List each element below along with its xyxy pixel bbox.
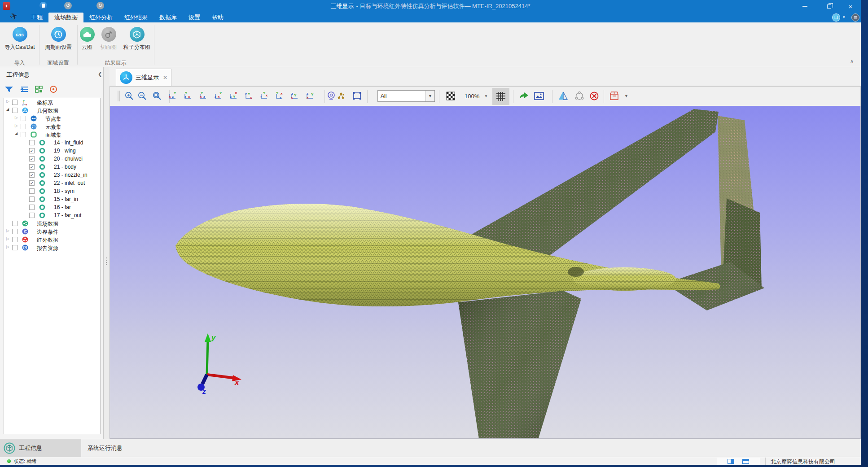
- view-orientation-icon-1[interactable]: xzY: [168, 91, 179, 102]
- mirror-icon[interactable]: [558, 91, 569, 102]
- cancel-icon[interactable]: [589, 91, 600, 102]
- tree-checkbox[interactable]: ✓: [29, 164, 35, 170]
- display-filter-combobox[interactable]: All ▼: [377, 90, 435, 102]
- tree-checkbox[interactable]: [29, 188, 35, 194]
- tree-checkbox[interactable]: [29, 140, 35, 145]
- view-orientation-icon-9[interactable]: zYx: [290, 91, 301, 102]
- view-orientation-icon-4[interactable]: zxY: [214, 91, 224, 102]
- tree-checkbox[interactable]: [12, 100, 18, 105]
- tree-checkbox[interactable]: [12, 229, 18, 234]
- tree-checkbox[interactable]: [12, 245, 18, 250]
- tree-item--[interactable]: ▷节点集: [4, 114, 100, 122]
- layout-left-icon[interactable]: [728, 459, 734, 464]
- menu-item-0[interactable]: 工程: [25, 13, 48, 22]
- collapse-ribbon-icon[interactable]: ∧: [850, 58, 854, 64]
- zoom-out-icon[interactable]: [137, 91, 148, 102]
- tree-item-19-wing[interactable]: ✓19 - wing: [4, 147, 100, 155]
- expander-collapsed-icon[interactable]: ▷: [6, 228, 12, 233]
- panel-footer-button[interactable]: 工程信息: [0, 439, 81, 457]
- manual-icon[interactable]: ▥: [851, 13, 859, 22]
- tree-item--[interactable]: ▷边界条件: [4, 227, 100, 236]
- minimize-button[interactable]: [797, 0, 812, 13]
- tree-item--[interactable]: ▷元素集: [4, 122, 100, 131]
- filter-icon[interactable]: [4, 86, 13, 95]
- view-orientation-icon-10[interactable]: zxY: [305, 91, 316, 102]
- tree-item--[interactable]: ▷红外数据: [4, 236, 100, 244]
- tree-item--[interactable]: ▷报告资源: [4, 244, 100, 252]
- ribbon-button-particle-distribution[interactable]: 粒子分布图: [116, 27, 158, 51]
- zoom-in-icon[interactable]: [124, 91, 135, 102]
- tree-item-22-inlet_out[interactable]: ✓22 - inlet_out: [4, 179, 100, 187]
- tab-close-icon[interactable]: ✕: [163, 74, 167, 81]
- view-orientation-icon-8[interactable]: Yxz: [275, 91, 285, 102]
- tree-item--[interactable]: ▷Yzx坐标系: [4, 98, 100, 106]
- expander-expanded-icon[interactable]: ◢: [15, 131, 20, 135]
- layout-toggle-group[interactable]: [717, 458, 760, 465]
- menu-item-5[interactable]: 设置: [183, 13, 206, 22]
- title-bar[interactable]: ✦ ↺ ↻ 三维显示- 目标与环境红外特性仿真分析与评估软件— MTE-IR_2…: [0, 0, 861, 13]
- probe-icon[interactable]: [326, 91, 337, 102]
- menu-item-2[interactable]: 红外分析: [83, 13, 118, 22]
- chevron-down-icon[interactable]: ▾: [843, 15, 845, 19]
- tree-item-18-sym[interactable]: 18 - sym: [4, 187, 100, 195]
- tree-checkbox[interactable]: [21, 116, 26, 121]
- menu-item-3[interactable]: 红外结果: [118, 13, 153, 22]
- tree-item-21-body[interactable]: ✓21 - body: [4, 163, 100, 171]
- explode-icon[interactable]: [336, 91, 347, 102]
- tab-3d-view[interactable]: 三维显示 ✕: [116, 69, 171, 86]
- rings-icon[interactable]: [574, 91, 585, 102]
- tree-checkbox[interactable]: ✓: [29, 180, 35, 186]
- expander-expanded-icon[interactable]: ◢: [6, 107, 12, 111]
- tree-checkbox[interactable]: [21, 132, 26, 137]
- view-orientation-icon-2[interactable]: zxY: [183, 91, 194, 102]
- more-tools-caret-icon[interactable]: ▼: [624, 94, 628, 98]
- snapshot-icon[interactable]: [534, 91, 544, 102]
- expander-collapsed-icon[interactable]: ▷: [6, 244, 12, 249]
- target-icon[interactable]: [49, 85, 57, 95]
- zoom-fit-icon[interactable]: [152, 91, 163, 102]
- grid-view-icon[interactable]: [35, 86, 43, 95]
- restore-button[interactable]: [821, 0, 837, 13]
- layout-bottom-icon[interactable]: [742, 459, 749, 464]
- tree-item--[interactable]: ◢面域集: [4, 131, 100, 139]
- archive-box-icon[interactable]: [609, 91, 620, 102]
- zoom-level-value[interactable]: 100%: [465, 93, 479, 100]
- theme-icon[interactable]: ❏: [832, 13, 840, 22]
- close-button[interactable]: ×: [843, 0, 858, 13]
- tree-checkbox[interactable]: ✓: [29, 172, 35, 178]
- tree-item-17-far_out[interactable]: 17 - far_out: [4, 211, 100, 219]
- expander-collapsed-icon[interactable]: ▷: [15, 123, 20, 128]
- export-arrow-icon[interactable]: [518, 91, 529, 102]
- tree-checkbox[interactable]: [12, 237, 18, 242]
- tree-checkbox[interactable]: [29, 213, 35, 218]
- view-orientation-icon-3[interactable]: xzY: [198, 91, 209, 102]
- ribbon-button-cas-import[interactable]: cas导入Cas/Dat: [0, 27, 40, 51]
- tree-item--[interactable]: ◢几何数据: [4, 106, 100, 114]
- tree-checkbox[interactable]: ✓: [29, 148, 35, 153]
- viewport-3d[interactable]: y x z: [110, 106, 861, 439]
- expander-collapsed-icon[interactable]: ▷: [15, 115, 20, 120]
- menu-item-1[interactable]: 流场数据: [48, 13, 83, 22]
- menu-item-4[interactable]: 数据库: [153, 13, 183, 22]
- panel-splitter[interactable]: [104, 67, 110, 439]
- tree-item--[interactable]: 流场数据: [4, 219, 100, 227]
- view-orientation-icon-5[interactable]: zYX: [229, 91, 240, 102]
- tree-item-23-nozzle_in[interactable]: ✓23 - nozzle_in: [4, 171, 100, 179]
- collapse-panel-icon[interactable]: ❮: [98, 71, 102, 77]
- tree-checkbox[interactable]: [12, 108, 18, 113]
- tree-item-14-int_fluid[interactable]: 14 - int_fluid: [4, 139, 100, 147]
- tree-checkbox[interactable]: [12, 221, 18, 226]
- expander-collapsed-icon[interactable]: ▷: [6, 99, 12, 104]
- view-orientation-icon-6[interactable]: zYx: [244, 91, 255, 102]
- zoom-caret-icon[interactable]: ▼: [484, 94, 488, 98]
- tree-item-16-far[interactable]: 16 - far: [4, 203, 100, 211]
- grid-toggle-button[interactable]: [492, 88, 509, 105]
- expander-collapsed-icon[interactable]: ▷: [6, 236, 12, 241]
- toolbar-drag-handle[interactable]: [118, 91, 120, 103]
- select-box-icon[interactable]: [352, 91, 363, 102]
- tree-item-20-chuiwei[interactable]: ✓20 - chuiwei: [4, 155, 100, 163]
- transparency-icon[interactable]: [446, 91, 456, 102]
- menu-item-6[interactable]: 帮助: [206, 13, 229, 22]
- tree-checkbox[interactable]: ✓: [29, 156, 35, 161]
- list-icon[interactable]: [20, 86, 29, 95]
